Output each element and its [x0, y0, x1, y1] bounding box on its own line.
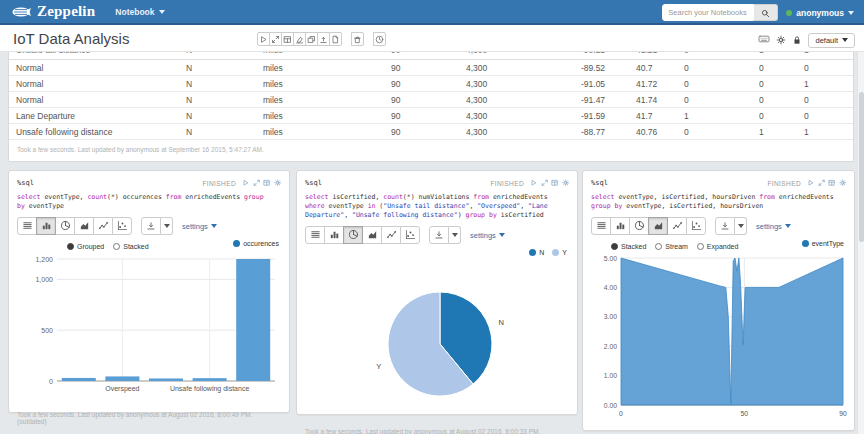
table-cell: N: [179, 52, 256, 55]
file-button[interactable]: [329, 32, 342, 46]
svg-text:0.00: 0.00: [604, 402, 617, 409]
interpreter-directive[interactable]: %sql: [305, 179, 322, 187]
toolbar-button-group: [257, 32, 342, 46]
download-options-button[interactable]: [735, 217, 747, 235]
table-cell: 4,300: [459, 60, 574, 76]
line-chart-button[interactable]: [93, 217, 113, 235]
table-chart-button[interactable]: [17, 217, 37, 235]
notebook-menu[interactable]: Notebook: [115, 7, 164, 17]
area-chart-button[interactable]: [74, 217, 94, 235]
pie-chart-button[interactable]: [343, 226, 363, 244]
interpreter-directive[interactable]: %sql: [17, 179, 34, 187]
table-row: NormalNmiles904,300-91.0541.72001: [9, 76, 854, 92]
note-titlebar: IoT Data Analysis default: [0, 25, 864, 52]
vertical-scrollbar[interactable]: [857, 52, 864, 434]
line-chart-button[interactable]: [381, 226, 401, 244]
area-chart-button[interactable]: [648, 217, 668, 235]
permissions-lock-icon[interactable]: [792, 31, 802, 49]
clock-button[interactable]: [373, 32, 386, 46]
table-cell: 0: [677, 76, 752, 92]
settings-link[interactable]: settings: [182, 222, 217, 231]
settings-label: settings: [182, 222, 208, 231]
download-button[interactable]: [141, 217, 161, 235]
gear-icon[interactable]: [274, 179, 282, 187]
scatter-icon: [405, 226, 416, 244]
pie-chart-button[interactable]: [629, 217, 649, 235]
table-chart-button[interactable]: [591, 217, 611, 235]
table-chart-button[interactable]: [305, 226, 325, 244]
bar-chart-button[interactable]: [610, 217, 630, 235]
svg-text:1,200: 1,200: [35, 256, 53, 263]
scatter-chart-button[interactable]: [686, 217, 706, 235]
note-title[interactable]: IoT Data Analysis: [13, 30, 129, 47]
pie-chart-button[interactable]: [55, 217, 75, 235]
settings-link[interactable]: settings: [756, 222, 791, 231]
bar-chart-button[interactable]: [36, 217, 56, 235]
mode-radio-stream[interactable]: Stream: [655, 243, 688, 250]
gear-icon[interactable]: [562, 179, 570, 187]
chart-type-toolbar: settings: [17, 217, 281, 235]
download-button[interactable]: [429, 226, 449, 244]
settings-link[interactable]: settings: [470, 231, 505, 240]
legend-item-N[interactable]: N: [529, 249, 544, 256]
mode-radio-grouped[interactable]: Grouped: [67, 243, 104, 250]
mode-radio-stacked[interactable]: Stacked: [113, 243, 148, 250]
table-icon: [310, 226, 321, 244]
code-editor[interactable]: select eventType, isCertified, hoursDriv…: [591, 193, 846, 211]
play-icon[interactable]: [530, 179, 538, 187]
note-config-gear-icon[interactable]: [776, 31, 786, 49]
search-input[interactable]: [662, 4, 754, 21]
code-editor[interactable]: select eventType, count(*) occurences fr…: [17, 193, 281, 211]
shortcuts-keyboard-icon[interactable]: [758, 31, 770, 49]
line-chart-button[interactable]: [667, 217, 687, 235]
play-icon[interactable]: [242, 179, 250, 187]
zeppelin-logo[interactable]: Zeppelin: [0, 3, 105, 20]
area-chart-button[interactable]: [362, 226, 382, 244]
code-line: where eventType in ("Unsafe tail distanc…: [305, 202, 569, 211]
legend-label: occurences: [243, 240, 279, 247]
bar-1: [105, 376, 139, 381]
bar-chart-button[interactable]: [324, 226, 344, 244]
search-button[interactable]: [754, 4, 778, 21]
gear-icon[interactable]: [839, 179, 847, 187]
table-cell: 0: [797, 60, 854, 76]
scatter-chart-button[interactable]: [400, 226, 420, 244]
legend-item-occurences[interactable]: occurences: [233, 240, 279, 247]
table-cell: N: [179, 76, 256, 92]
book-icon[interactable]: [263, 179, 271, 187]
eraser-icon: [295, 30, 304, 48]
table-cell: 0: [677, 52, 752, 55]
chart-type-toolbar: settings: [591, 217, 846, 235]
mode-radio-stacked[interactable]: Stacked: [611, 243, 646, 250]
scrollbar-thumb[interactable]: [859, 92, 864, 242]
svg-text:1.00: 1.00: [604, 372, 617, 379]
expand-icon[interactable]: [253, 179, 261, 187]
book-icon[interactable]: [828, 179, 836, 187]
book-icon[interactable]: [551, 179, 559, 187]
interpreter-binding-button[interactable]: default: [808, 33, 855, 48]
download-options-button[interactable]: [161, 217, 173, 235]
download-options-button[interactable]: [449, 226, 461, 244]
download-button[interactable]: [715, 217, 735, 235]
svg-text:Unsafe following distance: Unsafe following distance: [170, 385, 249, 393]
legend-item-Y[interactable]: Y: [552, 249, 567, 256]
play-icon[interactable]: [807, 179, 815, 187]
table-cell: 0: [677, 60, 752, 76]
expand-icon[interactable]: [541, 179, 549, 187]
table-cell: 4,300: [459, 124, 574, 140]
table-cell: -90.21: [574, 52, 629, 55]
mode-label: Stream: [665, 243, 688, 250]
legend-item-eventType[interactable]: eventType: [802, 240, 844, 247]
code-editor[interactable]: select isCertified, count(*) numViolatio…: [305, 193, 569, 220]
chevron-down-icon: [211, 224, 217, 228]
table-cell: N: [179, 124, 256, 140]
scatter-chart-button[interactable]: [112, 217, 132, 235]
interpreter-directive[interactable]: %sql: [591, 179, 608, 187]
trash-button[interactable]: [351, 32, 364, 46]
mode-radio-expanded[interactable]: Expanded: [697, 243, 739, 250]
radio-icon: [113, 243, 120, 250]
expand-icon[interactable]: [818, 179, 826, 187]
table-cell: 40.7: [629, 60, 677, 76]
user-menu[interactable]: anonymous: [786, 8, 854, 18]
svg-text:Overspeed: Overspeed: [105, 385, 139, 393]
